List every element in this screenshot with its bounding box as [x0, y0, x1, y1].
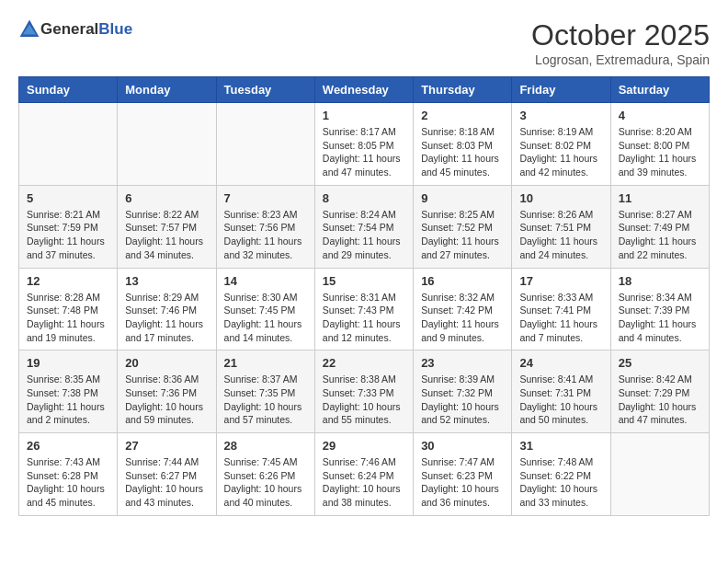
day-cell: 11Sunrise: 8:27 AM Sunset: 7:49 PM Dayli… [610, 185, 709, 268]
day-cell: 24Sunrise: 8:41 AM Sunset: 7:31 PM Dayli… [512, 350, 610, 433]
day-info: Sunrise: 8:19 AM Sunset: 8:02 PM Dayligh… [519, 125, 602, 179]
day-number: 30 [421, 439, 504, 453]
day-cell [610, 433, 709, 516]
day-info: Sunrise: 7:45 AM Sunset: 6:26 PM Dayligh… [224, 455, 307, 510]
day-cell: 27Sunrise: 7:44 AM Sunset: 6:27 PM Dayli… [118, 433, 216, 516]
day-info: Sunrise: 8:42 AM Sunset: 7:29 PM Dayligh… [619, 373, 701, 427]
day-number: 20 [125, 356, 208, 370]
day-cell: 10Sunrise: 8:26 AM Sunset: 7:51 PM Dayli… [512, 185, 610, 268]
day-cell: 25Sunrise: 8:42 AM Sunset: 7:29 PM Dayli… [610, 350, 709, 433]
day-cell: 26Sunrise: 7:43 AM Sunset: 6:28 PM Dayli… [19, 433, 118, 516]
day-number: 1 [323, 109, 405, 122]
calendar-subtitle: Logrosan, Extremadura, Spain [531, 52, 710, 67]
day-cell: 8Sunrise: 8:24 AM Sunset: 7:54 PM Daylig… [314, 185, 413, 268]
day-cell: 17Sunrise: 8:33 AM Sunset: 7:41 PM Dayli… [512, 268, 610, 350]
day-number: 24 [519, 356, 602, 370]
day-info: Sunrise: 8:41 AM Sunset: 7:31 PM Dayligh… [519, 373, 602, 427]
day-info: Sunrise: 8:18 AM Sunset: 8:03 PM Dayligh… [421, 125, 504, 179]
logo-general: General [40, 20, 98, 38]
day-number: 2 [421, 109, 504, 122]
day-number: 31 [519, 439, 602, 453]
day-number: 12 [27, 274, 109, 288]
day-info: Sunrise: 8:36 AM Sunset: 7:36 PM Dayligh… [125, 373, 208, 427]
day-number: 4 [619, 109, 701, 122]
weekday-header-sunday: Sunday [19, 77, 118, 103]
day-info: Sunrise: 8:25 AM Sunset: 7:52 PM Dayligh… [421, 208, 504, 262]
weekday-header-tuesday: Tuesday [216, 77, 314, 103]
day-info: Sunrise: 7:46 AM Sunset: 6:24 PM Dayligh… [323, 455, 405, 510]
day-number: 21 [224, 356, 307, 370]
day-number: 10 [519, 191, 602, 205]
day-cell: 15Sunrise: 8:31 AM Sunset: 7:43 PM Dayli… [314, 268, 413, 350]
weekday-header-friday: Friday [512, 77, 610, 103]
day-info: Sunrise: 7:44 AM Sunset: 6:27 PM Dayligh… [125, 455, 208, 510]
day-number: 17 [519, 274, 602, 288]
calendar-table: SundayMondayTuesdayWednesdayThursdayFrid… [18, 76, 710, 516]
day-number: 28 [224, 439, 307, 453]
day-number: 18 [619, 274, 701, 288]
day-cell: 30Sunrise: 7:47 AM Sunset: 6:23 PM Dayli… [414, 433, 512, 516]
day-cell: 22Sunrise: 8:38 AM Sunset: 7:33 PM Dayli… [314, 350, 413, 433]
weekday-header-thursday: Thursday [414, 77, 512, 103]
weekday-header-row: SundayMondayTuesdayWednesdayThursdayFrid… [19, 77, 710, 103]
day-cell: 18Sunrise: 8:34 AM Sunset: 7:39 PM Dayli… [610, 268, 709, 350]
day-cell: 3Sunrise: 8:19 AM Sunset: 8:02 PM Daylig… [512, 103, 610, 186]
day-number: 26 [27, 439, 109, 453]
day-number: 29 [323, 439, 405, 453]
day-cell: 7Sunrise: 8:23 AM Sunset: 7:56 PM Daylig… [216, 185, 314, 268]
day-cell: 1Sunrise: 8:17 AM Sunset: 8:05 PM Daylig… [314, 103, 413, 186]
day-cell: 14Sunrise: 8:30 AM Sunset: 7:45 PM Dayli… [216, 268, 314, 350]
week-row-4: 19Sunrise: 8:35 AM Sunset: 7:38 PM Dayli… [19, 350, 710, 433]
day-cell: 29Sunrise: 7:46 AM Sunset: 6:24 PM Dayli… [314, 433, 413, 516]
day-info: Sunrise: 8:24 AM Sunset: 7:54 PM Dayligh… [323, 208, 405, 262]
day-cell: 4Sunrise: 8:20 AM Sunset: 8:00 PM Daylig… [610, 103, 709, 186]
title-section: October 2025 Logrosan, Extremadura, Spai… [531, 18, 710, 67]
day-info: Sunrise: 7:47 AM Sunset: 6:23 PM Dayligh… [421, 455, 504, 510]
day-number: 27 [125, 439, 208, 453]
day-info: Sunrise: 8:31 AM Sunset: 7:43 PM Dayligh… [323, 291, 405, 345]
day-info: Sunrise: 8:29 AM Sunset: 7:46 PM Dayligh… [125, 291, 208, 345]
logo: GeneralBlue [18, 18, 132, 40]
day-info: Sunrise: 8:38 AM Sunset: 7:33 PM Dayligh… [323, 373, 405, 427]
day-cell: 31Sunrise: 7:48 AM Sunset: 6:22 PM Dayli… [512, 433, 610, 516]
header: GeneralBlue October 2025 Logrosan, Extre… [18, 18, 710, 67]
calendar-title: October 2025 [531, 18, 710, 52]
day-info: Sunrise: 8:39 AM Sunset: 7:32 PM Dayligh… [421, 373, 504, 427]
week-row-3: 12Sunrise: 8:28 AM Sunset: 7:48 PM Dayli… [19, 268, 710, 350]
day-number: 13 [125, 274, 208, 288]
day-number: 23 [421, 356, 504, 370]
day-info: Sunrise: 8:34 AM Sunset: 7:39 PM Dayligh… [619, 291, 701, 345]
day-info: Sunrise: 8:35 AM Sunset: 7:38 PM Dayligh… [27, 373, 109, 427]
day-cell: 5Sunrise: 8:21 AM Sunset: 7:59 PM Daylig… [19, 185, 118, 268]
day-number: 8 [323, 191, 405, 205]
day-cell [118, 103, 216, 186]
day-number: 11 [619, 191, 701, 205]
logo-icon [18, 18, 40, 40]
day-info: Sunrise: 7:48 AM Sunset: 6:22 PM Dayligh… [519, 455, 602, 510]
week-row-1: 1Sunrise: 8:17 AM Sunset: 8:05 PM Daylig… [19, 103, 710, 186]
weekday-header-wednesday: Wednesday [314, 77, 413, 103]
day-cell [19, 103, 118, 186]
weekday-header-saturday: Saturday [610, 77, 709, 103]
week-row-5: 26Sunrise: 7:43 AM Sunset: 6:28 PM Dayli… [19, 433, 710, 516]
day-number: 25 [619, 356, 701, 370]
day-info: Sunrise: 8:30 AM Sunset: 7:45 PM Dayligh… [224, 291, 307, 345]
day-cell: 28Sunrise: 7:45 AM Sunset: 6:26 PM Dayli… [216, 433, 314, 516]
day-number: 5 [27, 191, 109, 205]
day-cell: 19Sunrise: 8:35 AM Sunset: 7:38 PM Dayli… [19, 350, 118, 433]
day-cell: 20Sunrise: 8:36 AM Sunset: 7:36 PM Dayli… [118, 350, 216, 433]
day-info: Sunrise: 8:32 AM Sunset: 7:42 PM Dayligh… [421, 291, 504, 345]
day-info: Sunrise: 8:20 AM Sunset: 8:00 PM Dayligh… [619, 125, 701, 179]
day-number: 14 [224, 274, 307, 288]
day-cell: 16Sunrise: 8:32 AM Sunset: 7:42 PM Dayli… [414, 268, 512, 350]
day-cell: 9Sunrise: 8:25 AM Sunset: 7:52 PM Daylig… [414, 185, 512, 268]
day-cell: 6Sunrise: 8:22 AM Sunset: 7:57 PM Daylig… [118, 185, 216, 268]
day-info: Sunrise: 8:28 AM Sunset: 7:48 PM Dayligh… [27, 291, 109, 345]
day-cell: 13Sunrise: 8:29 AM Sunset: 7:46 PM Dayli… [118, 268, 216, 350]
day-cell [216, 103, 314, 186]
day-cell: 12Sunrise: 8:28 AM Sunset: 7:48 PM Dayli… [19, 268, 118, 350]
day-info: Sunrise: 8:26 AM Sunset: 7:51 PM Dayligh… [519, 208, 602, 262]
day-info: Sunrise: 8:27 AM Sunset: 7:49 PM Dayligh… [619, 208, 701, 262]
day-number: 19 [27, 356, 109, 370]
day-number: 9 [421, 191, 504, 205]
